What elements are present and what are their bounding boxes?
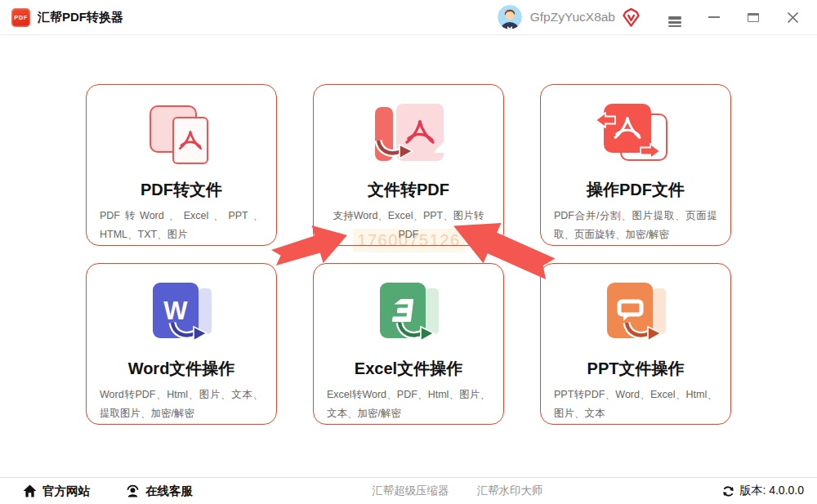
card-description: PDF合并/分割、图片提取、页面提取、页面旋转、加密/解密 [541, 207, 730, 243]
card-title: Word文件操作 [128, 358, 235, 380]
menu-button[interactable] [665, 6, 685, 29]
home-icon [23, 484, 37, 497]
card-file-to-pdf[interactable]: 文件转PDF 支持Word、Excel、PPT、图片转PDF [313, 84, 504, 246]
card-pdf-to-file[interactable]: PDF转文件 PDF转Word、Excel、PPT、HTML、TXT、图片 [86, 84, 277, 246]
file-to-pdf-icon [373, 104, 444, 167]
convert-arrow-icon [167, 319, 208, 345]
official-website-link[interactable]: 官方网站 [23, 484, 90, 499]
arrow-left-icon [595, 112, 616, 128]
vip-badge-icon[interactable] [622, 7, 641, 28]
convert-arrow-icon [395, 319, 435, 345]
card-title: PPT文件操作 [587, 358, 685, 380]
card-title: 操作PDF文件 [587, 179, 685, 201]
card-operate-pdf[interactable]: 操作PDF文件 PDF合并/分割、图片提取、页面提取、页面旋转、加密/解密 [540, 84, 731, 246]
close-icon [788, 12, 798, 23]
card-word-operations[interactable]: W Word文件操作 Word转PDF、Html、图片、文本、提取图片、加密/解… [86, 263, 277, 425]
card-description: 支持Word、Excel、PPT、图片转PDF [314, 207, 503, 243]
watermark-master-link[interactable]: 汇帮水印大师 [477, 484, 543, 498]
maximize-icon [748, 13, 759, 22]
card-description: Word转PDF、Html、图片、文本、提取图片、加密/解密 [87, 386, 276, 422]
card-description: PDF转Word、Excel、PPT、HTML、TXT、图片 [87, 207, 276, 243]
card-ppt-operations[interactable]: PPT文件操作 PPT转PDF、Word、Excel、Html、图片、文本 [540, 263, 731, 425]
operate-pdf-icon [600, 104, 671, 167]
version-text: 版本: 4.0.0.0 [739, 484, 804, 498]
account-username[interactable]: GfpZyYucX8ab [530, 10, 615, 25]
card-title: PDF转文件 [141, 179, 222, 201]
card-description: Excel转Word、PDF、Html、图片、文本、加密/解密 [314, 386, 503, 422]
excel-operations-icon [373, 283, 444, 346]
footer-bar: 官方网站 在线客服 汇帮超级压缩器 汇帮水印大师 版本: 4.0.0.0 [0, 477, 817, 504]
card-title: Excel文件操作 [355, 358, 462, 380]
app-logo-icon: PDF [11, 8, 30, 27]
card-excel-operations[interactable]: Excel文件操作 Excel转Word、PDF、Html、图片、文本、加密/解… [313, 263, 504, 425]
version-info: 版本: 4.0.0.0 [722, 478, 804, 504]
update-refresh-icon[interactable] [722, 485, 734, 497]
ppt-operations-icon [600, 283, 671, 346]
customer-service-icon [126, 484, 140, 498]
card-title: 文件转PDF [368, 179, 449, 201]
user-avatar[interactable] [498, 5, 522, 29]
title-bar: PDF 汇帮PDF转换器 GfpZyYucX8ab [0, 0, 817, 35]
app-title: 汇帮PDF转换器 [38, 10, 123, 25]
compressor-link[interactable]: 汇帮超级压缩器 [372, 484, 449, 498]
arrow-right-icon [640, 143, 661, 159]
main-area: 1760075126 PDF转文件 PDF转Word、Excel、PPT、HTM… [0, 35, 817, 477]
convert-arrow-icon [373, 136, 414, 163]
avatar-icon [498, 5, 522, 29]
minimize-icon [708, 16, 720, 18]
convert-arrow-icon [622, 319, 663, 345]
close-button[interactable] [783, 6, 802, 29]
minimize-button[interactable] [704, 6, 724, 29]
pdf-to-file-icon [146, 104, 217, 167]
maximize-button[interactable] [743, 6, 763, 29]
word-operations-icon: W [146, 283, 217, 346]
card-description: PPT转PDF、Word、Excel、Html、图片、文本 [541, 386, 730, 422]
online-service-link[interactable]: 在线客服 [126, 484, 193, 499]
